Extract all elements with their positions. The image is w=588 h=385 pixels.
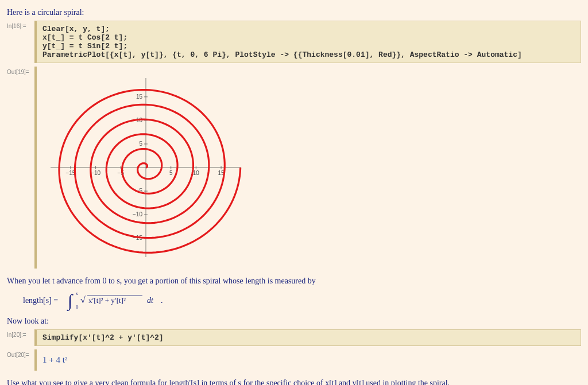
code-box-2: Simplify[x'[t]^2 + y'[t]^2]: [34, 329, 581, 346]
length-formula: length[s] = ∫ 0 s √ x′[t]² + y′[t]² dt .: [23, 289, 581, 313]
svg-text:15: 15: [136, 94, 143, 100]
final-text: Use what you see to give a very clean fo…: [7, 379, 581, 385]
in-label-1: In[16]:=: [7, 21, 34, 29]
in-label-2: In[20]:=: [7, 329, 34, 338]
svg-text:dt: dt: [147, 296, 154, 305]
svg-text:x′[t]² + y′[t]²: x′[t]² + y′[t]²: [88, 296, 126, 305]
svg-text:length[s] =: length[s] =: [23, 296, 58, 305]
svg-text:∫: ∫: [67, 291, 74, 311]
input-cell-2: In[20]:= Simplify[x'[t]^2 + y'[t]^2]: [7, 329, 581, 346]
svg-text:.: .: [161, 296, 163, 305]
integral-formula-svg: length[s] = ∫ 0 s √ x′[t]² + y′[t]² dt .: [23, 289, 195, 311]
svg-text:√: √: [80, 295, 86, 305]
output-cell-1: Out[19]= −15−10−551015−15−10−551015: [7, 67, 581, 269]
plot-container: −15−10−551015−15−10−551015: [34, 67, 581, 269]
input-cell-1: In[16]:= Clear[x, y, t]; x[t_] = t Cos[2…: [7, 21, 581, 63]
out-label-2: Out[20]=: [7, 349, 34, 358]
now-look-text: Now look at:: [7, 317, 581, 326]
out-label-1: Out[19]=: [7, 67, 34, 75]
svg-text:s: s: [76, 290, 78, 296]
svg-text:5: 5: [169, 170, 173, 176]
spiral-plot: −15−10−551015−15−10−551015: [42, 70, 249, 265]
svg-text:10: 10: [193, 170, 200, 176]
output-math-2: 1 + 4 t²: [34, 349, 581, 371]
svg-text:−10: −10: [133, 211, 142, 217]
svg-text:−10: −10: [91, 170, 100, 176]
output-cell-2: Out[20]= 1 + 4 t²: [7, 349, 581, 371]
intro-text: Here is a circular spiral:: [7, 8, 581, 17]
svg-text:5: 5: [139, 141, 142, 147]
code-box-1: Clear[x, y, t]; x[t_] = t Cos[2 t]; y[t_…: [34, 21, 581, 63]
svg-text:0: 0: [76, 304, 79, 310]
mid-text: When you let t advance from 0 to s, you …: [7, 277, 581, 286]
